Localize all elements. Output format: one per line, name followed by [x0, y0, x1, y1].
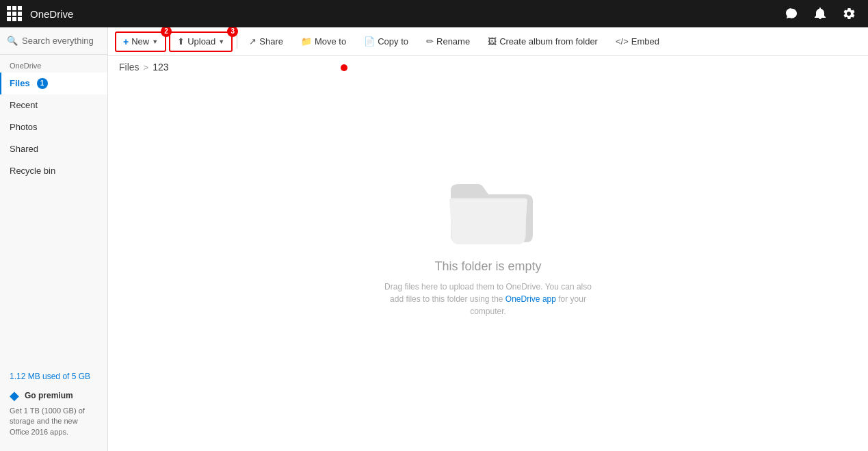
new-label: New [131, 36, 149, 47]
sidebar-item-shared[interactable]: Shared [0, 138, 107, 160]
search-icon: 🔍 [7, 36, 18, 46]
rename-icon: ✏ [426, 36, 434, 47]
embed-label: Embed [631, 36, 659, 47]
waffle-icon[interactable] [7, 6, 22, 21]
move-to-label: Move to [315, 36, 346, 47]
notifications-icon[interactable] [808, 1, 832, 26]
create-album-label: Create album from folder [499, 36, 598, 47]
upload-chevron-icon: ▼ [218, 38, 224, 45]
sidebar-item-shared-label: Shared [10, 142, 38, 157]
sidebar-item-files[interactable]: Files 1 [0, 73, 107, 94]
toolbar-divider-1 [237, 35, 237, 49]
chat-icon[interactable] [779, 1, 804, 26]
breadcrumb-current: 123 [153, 62, 168, 73]
onedrive-app-link[interactable]: OneDrive app [505, 294, 556, 304]
new-button[interactable]: + New ▼ [115, 31, 166, 52]
sidebar-section-label: OneDrive [0, 55, 107, 73]
sidebar-bottom: 1.12 MB used of 5 GB ◆ Go premium Get 1 … [0, 365, 107, 444]
upload-icon: ⬆ [177, 36, 185, 47]
empty-folder-desc: Drag files here to upload them to OneDri… [379, 281, 598, 318]
storage-text[interactable]: 1.12 MB used of 5 GB [10, 372, 98, 381]
upload-button[interactable]: ⬆ Upload ▼ [169, 31, 233, 52]
move-to-icon: 📁 [301, 36, 312, 47]
red-dot-indicator [341, 64, 347, 71]
toolbar: + New ▼ 2 ⬆ Upload ▼ 3 ↗ Share [108, 27, 868, 56]
rename-label: Rename [436, 36, 470, 47]
app-name: OneDrive [30, 8, 73, 20]
app-logo[interactable]: OneDrive [7, 6, 73, 21]
sidebar-item-recent[interactable]: Recent [0, 94, 107, 116]
move-to-button[interactable]: 📁 Move to [293, 31, 354, 52]
go-premium-label[interactable]: Go premium [25, 391, 73, 400]
breadcrumb-separator: > [144, 62, 149, 73]
app-layout: 🔍 Search everything OneDrive Files 1 Rec… [0, 27, 868, 451]
share-label: Share [259, 36, 283, 47]
copy-to-label: Copy to [378, 36, 408, 47]
empty-folder: This folder is empty Drag files here to … [108, 78, 868, 451]
rename-button[interactable]: ✏ Rename [419, 31, 477, 52]
go-premium-desc: Get 1 TB (1000 GB) of storage and the ne… [10, 406, 98, 437]
empty-folder-icon [444, 170, 533, 246]
sidebar-item-photos[interactable]: Photos [0, 116, 107, 138]
search-input[interactable]: Search everything [22, 36, 94, 46]
empty-folder-title: This folder is empty [434, 259, 541, 274]
sidebar-item-recycle-bin-label: Recycle bin [10, 164, 55, 179]
share-button[interactable]: ↗ Share [241, 31, 291, 52]
diamond-icon: ◆ [10, 388, 19, 403]
search-box[interactable]: 🔍 Search everything [0, 27, 107, 55]
embed-button[interactable]: </> Embed [608, 31, 667, 52]
files-badge: 1 [37, 78, 48, 89]
settings-icon[interactable] [837, 1, 861, 26]
sidebar: 🔍 Search everything OneDrive Files 1 Rec… [0, 27, 108, 451]
share-icon: ↗ [249, 36, 257, 47]
breadcrumb: Files > 123 [108, 56, 868, 78]
sidebar-item-recycle-bin[interactable]: Recycle bin [0, 160, 107, 182]
copy-to-button[interactable]: 📄 Copy to [356, 31, 416, 52]
sidebar-item-files-label: Files [10, 76, 30, 91]
create-album-button[interactable]: 🖼 Create album from folder [480, 31, 605, 52]
go-premium-row: ◆ Go premium [10, 388, 98, 403]
upload-label: Upload [187, 36, 215, 47]
copy-to-icon: 📄 [364, 36, 375, 47]
new-chevron-icon: ▼ [152, 38, 158, 45]
top-bar-icons [779, 1, 861, 26]
plus-icon: + [123, 36, 129, 47]
sidebar-item-recent-label: Recent [10, 98, 38, 113]
breadcrumb-files[interactable]: Files [119, 62, 140, 73]
sidebar-item-photos-label: Photos [10, 120, 37, 135]
main-content: + New ▼ 2 ⬆ Upload ▼ 3 ↗ Share [108, 27, 868, 451]
embed-icon: </> [616, 36, 629, 47]
top-bar: OneDrive [0, 0, 868, 27]
create-album-icon: 🖼 [488, 36, 497, 47]
